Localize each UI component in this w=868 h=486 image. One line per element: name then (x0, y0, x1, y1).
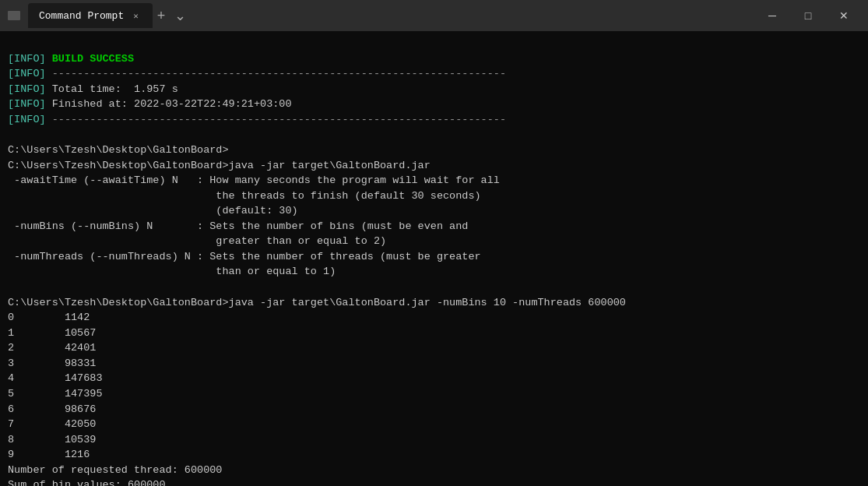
prompt-1: C:\Users\Tzesh\Desktop\GaltonBoard> (8, 144, 229, 156)
window-controls: ─ □ ✕ (754, 0, 862, 31)
info-bracket-2: [INFO] (8, 68, 46, 79)
info-bracket-5: [INFO] (8, 114, 46, 125)
svg-rect-2 (9, 16, 16, 17)
tab-dropdown-button[interactable]: ⌄ (170, 9, 191, 23)
row-8: 8 10539 (8, 434, 96, 446)
row-5: 5 147395 (8, 388, 103, 400)
param-numBins: -numBins (--numBins) N : Sets the number… (8, 220, 468, 248)
titlebar: Command Prompt ✕ + ⌄ ─ □ ✕ (0, 0, 868, 31)
build-success-text: BUILD SUCCESS (46, 53, 134, 65)
info-bracket-1: [INFO] (8, 53, 46, 65)
num-threads-summary: Number of requested thread: 600000 (8, 464, 222, 476)
row-0: 0 1142 (8, 312, 90, 323)
svg-rect-1 (9, 13, 13, 15)
svg-rect-0 (8, 11, 20, 20)
active-tab[interactable]: Command Prompt ✕ (28, 3, 153, 28)
total-time: Total time: 1.957 s (46, 83, 178, 95)
tab-title: Command Prompt (39, 10, 124, 22)
finished-at: Finished at: 2022-03-22T22:49:21+03:00 (46, 98, 292, 110)
row-6: 6 98676 (8, 403, 96, 415)
minimize-button[interactable]: ─ (754, 0, 790, 31)
row-4: 4 147683 (8, 372, 103, 384)
param-awaitTime: -awaitTime (--awaitTime) N : How many se… (8, 174, 500, 217)
sum-bins-summary: Sum of bin values: 600000 (8, 479, 166, 486)
row-7: 7 42050 (8, 418, 96, 430)
close-button[interactable]: ✕ (826, 0, 862, 31)
terminal-output: [INFO] BUILD SUCCESS [INFO] ------------… (0, 31, 868, 486)
row-1: 1 10567 (8, 327, 96, 339)
row-2: 2 42401 (8, 342, 96, 354)
add-tab-button[interactable]: + (153, 9, 170, 23)
info-bracket-3: [INFO] (8, 83, 46, 95)
row-9: 9 1216 (8, 449, 90, 460)
tab-close-button[interactable]: ✕ (130, 9, 142, 23)
cmd-2: C:\Users\Tzesh\Desktop\GaltonBoard>java … (8, 297, 626, 308)
app-icon (6, 8, 22, 23)
info-bracket-4: [INFO] (8, 98, 46, 110)
maximize-button[interactable]: □ (790, 0, 826, 31)
row-3: 3 98331 (8, 357, 96, 369)
param-numThreads: -numThreads (--numThreads) N : Sets the … (8, 251, 481, 278)
cmd-1: C:\Users\Tzesh\Desktop\GaltonBoard>java … (8, 160, 430, 171)
